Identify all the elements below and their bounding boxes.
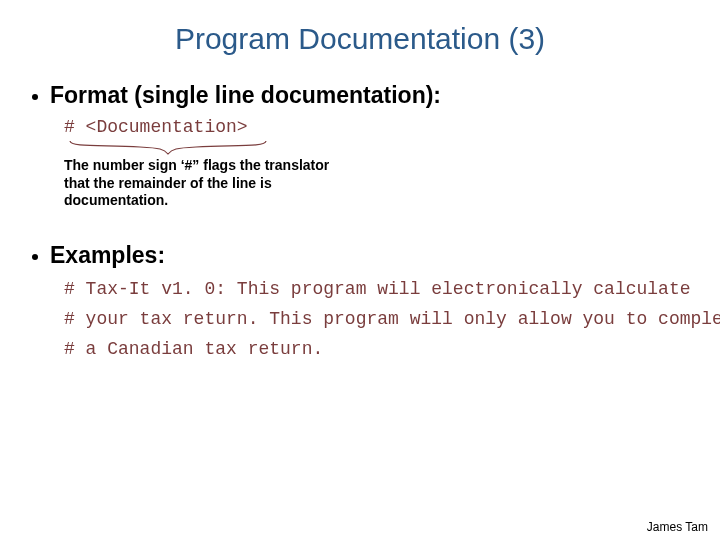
bullet-dot-icon — [32, 254, 38, 260]
bullet-dot-icon — [32, 94, 38, 100]
example-code-line: # a Canadian tax return. — [64, 337, 700, 361]
example-code-line: # Tax-It v1. 0: This program will electr… — [64, 277, 700, 301]
format-code: # <Documentation> — [64, 117, 700, 137]
footer-author: James Tam — [647, 520, 708, 534]
bullet-examples-label: Examples: — [50, 242, 165, 269]
format-caption: The number sign ‘#” flags the translator… — [64, 157, 354, 210]
bullet-format: Format (single line documentation): — [32, 82, 700, 109]
bullet-examples: Examples: — [32, 242, 700, 269]
page-title: Program Documentation (3) — [20, 22, 700, 56]
brace-icon — [60, 139, 700, 157]
example-code-line: # your tax return. This program will onl… — [64, 307, 700, 331]
slide: Program Documentation (3) Format (single… — [0, 0, 720, 540]
bullet-format-label: Format (single line documentation): — [50, 82, 441, 109]
examples-block: Examples: # Tax-It v1. 0: This program w… — [20, 242, 700, 362]
